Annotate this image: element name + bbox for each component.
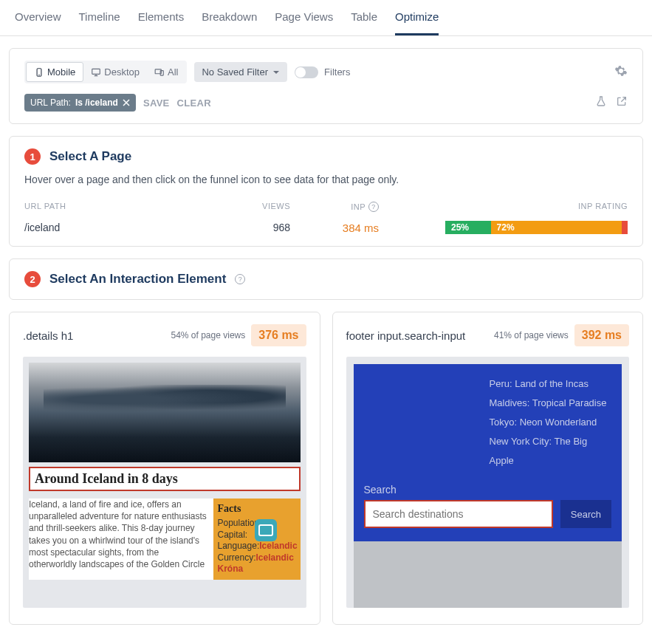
preview-search-button: Search <box>560 500 611 528</box>
preview-search-input <box>373 508 544 520</box>
card-2-inp-badge: 392 ms <box>574 324 629 346</box>
bar-good: 25% <box>445 221 491 234</box>
chat-widget-icon <box>255 519 277 541</box>
tab-page-views[interactable]: Page Views <box>275 0 333 35</box>
chip-prefix: URL Path: <box>30 97 71 108</box>
desktop-icon <box>91 67 101 78</box>
bar-needs-improvement: 72% <box>491 221 622 234</box>
saved-filter-label: No Saved Filter <box>202 66 268 78</box>
step-1-description: Hover over a page and then click on the … <box>24 174 628 185</box>
gear-icon <box>614 64 628 78</box>
device-mobile-label: Mobile <box>47 66 75 78</box>
device-desktop-label: Desktop <box>104 66 140 78</box>
step-1-number: 1 <box>24 148 41 165</box>
card-1-preview: Around Iceland in 8 days Iceland, a land… <box>23 357 306 608</box>
interaction-card-1[interactable]: .details h1 54% of page views 376 ms Aro… <box>9 312 320 625</box>
step-2-number: 2 <box>24 271 41 287</box>
preview-body-text: Iceland, a land of fire and ice, offers … <box>29 499 213 580</box>
row-url: /iceland <box>24 222 231 233</box>
device-all[interactable]: All <box>147 62 185 82</box>
mobile-icon <box>34 67 44 78</box>
device-all-label: All <box>168 66 178 78</box>
col-header-inp: INP ? <box>290 202 379 212</box>
card-2-preview: Peru: Land of the Incas Maldives: Tropic… <box>346 357 630 608</box>
row-inp: 384 ms <box>290 222 379 234</box>
preview-gray-area <box>354 541 622 608</box>
col-header-rating: INP RATING <box>569 202 628 212</box>
tab-overview[interactable]: Overview <box>15 0 61 35</box>
page-table-row[interactable]: /iceland 968 384 ms 25% 72% <box>24 221 628 234</box>
preview-search-label: Search <box>364 484 612 496</box>
tab-elements[interactable]: Elements <box>138 0 185 35</box>
chip-remove[interactable] <box>123 99 130 106</box>
info-icon[interactable]: ? <box>368 202 379 212</box>
tab-optimize[interactable]: Optimize <box>395 0 439 35</box>
filter-panel: Mobile Desktop All No Saved Filter Filte… <box>9 48 643 124</box>
col-header-url: URL PATH <box>24 202 231 212</box>
preview-footer-links: Peru: Land of the Incas Maldives: Tropic… <box>364 374 612 470</box>
preview-hero-image <box>29 363 301 462</box>
close-icon <box>123 99 130 106</box>
device-desktop[interactable]: Desktop <box>83 62 147 82</box>
devices-icon <box>154 67 165 78</box>
step-1-panel: 1 Select A Page Hover over a page and th… <box>9 136 643 247</box>
filters-toggle[interactable] <box>295 66 318 78</box>
filter-chip-url-path[interactable]: URL Path: Is /iceland <box>24 94 136 112</box>
tab-table[interactable]: Table <box>351 0 377 35</box>
settings-button[interactable] <box>614 64 628 80</box>
col-header-views: VIEWS <box>231 202 290 212</box>
filters-toggle-label: Filters <box>324 66 350 78</box>
card-2-pct: 41% of page views <box>494 330 569 340</box>
saved-filter-dropdown[interactable]: No Saved Filter <box>194 62 287 82</box>
preview-heading: Around Iceland in 8 days <box>35 471 295 487</box>
save-filter-button[interactable]: SAVE <box>143 97 170 109</box>
card-1-selector: .details h1 <box>23 329 73 342</box>
device-segment: Mobile Desktop All <box>24 61 187 83</box>
clear-filter-button[interactable]: CLEAR <box>177 97 211 109</box>
svg-rect-2 <box>92 69 100 74</box>
step-2-title: Select An Interaction Element <box>49 272 226 287</box>
card-1-inp-badge: 376 ms <box>251 324 306 346</box>
tab-timeline[interactable]: Timeline <box>79 0 120 35</box>
interaction-card-2[interactable]: footer input.search-input 41% of page vi… <box>332 312 644 625</box>
card-1-pct: 54% of page views <box>171 330 246 340</box>
preview-highlighted-element <box>364 500 553 528</box>
open-external-button[interactable] <box>616 95 628 110</box>
chevron-down-icon <box>272 69 280 76</box>
facts-title: Facts <box>218 503 296 515</box>
card-2-selector: footer input.search-input <box>346 329 466 342</box>
page-table-header: URL PATH VIEWS INP ? INP RATING <box>24 202 628 212</box>
svg-point-1 <box>39 75 40 75</box>
device-mobile[interactable]: Mobile <box>26 62 83 82</box>
row-views: 968 <box>231 222 290 233</box>
flask-icon <box>595 95 607 107</box>
main-tabs: Overview Timeline Elements Breakdown Pag… <box>0 0 652 36</box>
step-1-title: Select A Page <box>49 149 131 164</box>
info-icon[interactable]: ? <box>235 274 245 284</box>
experiment-button[interactable] <box>595 95 607 110</box>
chip-value: Is /iceland <box>75 97 118 108</box>
inp-rating-bar: 25% 72% <box>445 221 628 234</box>
preview-highlighted-element: Around Iceland in 8 days <box>29 467 301 491</box>
external-link-icon <box>616 95 628 107</box>
tab-breakdown[interactable]: Breakdown <box>202 0 257 35</box>
bar-poor <box>622 221 628 234</box>
step-2-panel: 2 Select An Interaction Element ? <box>9 258 643 300</box>
